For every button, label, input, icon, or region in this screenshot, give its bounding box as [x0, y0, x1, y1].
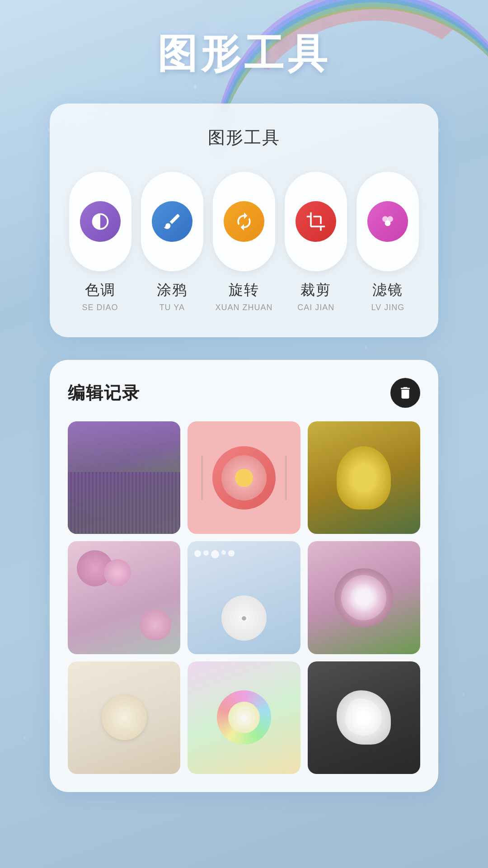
- photo-item-9[interactable]: [308, 661, 420, 774]
- tool-item-xuan-zhuan[interactable]: 旋转 XUAN ZHUAN: [211, 172, 276, 312]
- tool-pill-cai-jian[interactable]: [285, 172, 347, 271]
- xuan-zhuan-name-pinyin: XUAN ZHUAN: [216, 303, 273, 312]
- rotate-icon: [234, 212, 254, 231]
- photo-grid: ●: [68, 421, 420, 774]
- tool-item-cai-jian[interactable]: 裁剪 CAI JIAN: [284, 172, 348, 312]
- xuan-zhuan-icon-circle: [224, 201, 264, 242]
- se-diao-icon-circle: [80, 201, 121, 242]
- history-title: 编辑记录: [68, 382, 140, 405]
- trash-icon: [398, 385, 413, 401]
- cai-jian-name-zh: 裁剪: [300, 280, 331, 300]
- tool-pill-tu-ya[interactable]: [141, 172, 203, 271]
- photo-item-2[interactable]: [188, 421, 300, 534]
- tool-pill-se-diao[interactable]: [69, 172, 131, 271]
- delete-history-button[interactable]: [390, 378, 420, 408]
- photo-item-7[interactable]: [68, 661, 180, 774]
- svg-point-2: [385, 220, 391, 226]
- se-diao-name-pinyin: SE DIAO: [82, 303, 118, 312]
- photo-item-1[interactable]: [68, 421, 180, 534]
- se-diao-name-zh: 色调: [85, 280, 116, 300]
- cai-jian-icon-circle: [296, 201, 336, 242]
- crop-icon: [306, 212, 326, 231]
- tool-item-tu-ya[interactable]: 涂鸦 TU YA: [140, 172, 204, 312]
- content-wrapper: 图形工具 图形工具 色调 SE DIAO: [0, 0, 488, 819]
- brightness-icon: [90, 212, 110, 231]
- lv-jing-name-pinyin: LV JING: [371, 303, 405, 312]
- tu-ya-name-zh: 涂鸦: [157, 280, 188, 300]
- lv-jing-name-zh: 滤镜: [372, 280, 403, 300]
- tool-item-lv-jing[interactable]: 滤镜 LV JING: [356, 172, 420, 312]
- filter-icon: [378, 212, 398, 231]
- cai-jian-name-pinyin: CAI JIAN: [297, 303, 334, 312]
- photo-item-6[interactable]: [308, 541, 420, 654]
- lv-jing-icon-circle: [367, 201, 408, 242]
- tools-card-title: 图形工具: [68, 126, 420, 149]
- history-header: 编辑记录: [68, 378, 420, 408]
- tu-ya-icon-circle: [152, 201, 192, 242]
- photo-item-5[interactable]: ●: [188, 541, 300, 654]
- xuan-zhuan-name-zh: 旋转: [229, 280, 259, 300]
- tool-pill-lv-jing[interactable]: [357, 172, 419, 271]
- tool-item-se-diao[interactable]: 色调 SE DIAO: [68, 172, 132, 312]
- tool-pill-xuan-zhuan[interactable]: [213, 172, 275, 271]
- photo-item-4[interactable]: [68, 541, 180, 654]
- page-main-title: 图形工具: [157, 27, 331, 81]
- history-card: 编辑记录: [50, 360, 438, 792]
- photo-item-8[interactable]: [188, 661, 300, 774]
- brush-icon: [162, 212, 182, 231]
- tu-ya-name-pinyin: TU YA: [160, 303, 185, 312]
- photo-item-3[interactable]: [308, 421, 420, 534]
- tools-row: 色调 SE DIAO 涂鸦 TU YA: [68, 172, 420, 312]
- tools-card: 图形工具 色调 SE DIAO: [50, 104, 438, 337]
